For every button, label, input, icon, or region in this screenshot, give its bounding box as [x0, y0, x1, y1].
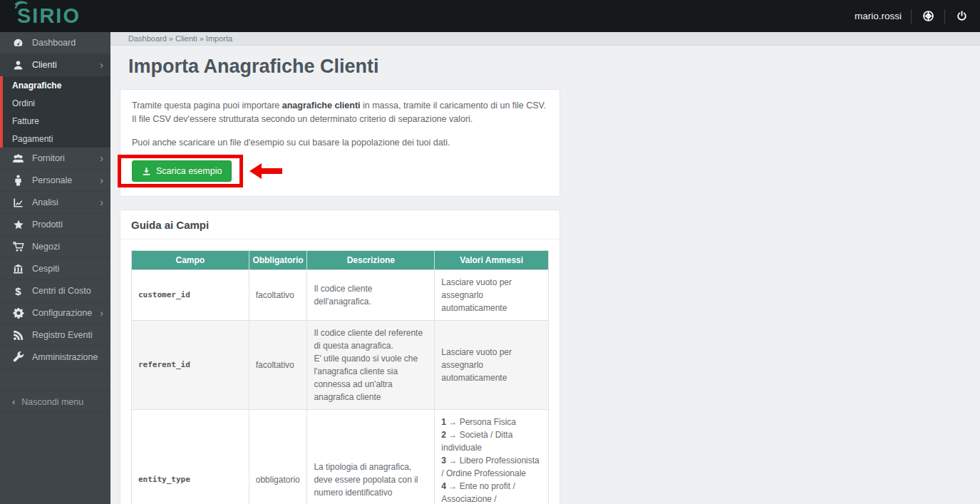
intro-line1-pre: Tramite questa pagina puoi importare	[132, 101, 282, 110]
column-header-valori-ammessi: Valori Ammessi	[435, 251, 549, 270]
centri-di-costo-icon: $	[12, 285, 24, 297]
table-row-entity_type: entity_typeobbligatorioLa tipologia di a…	[132, 410, 549, 504]
guide-panel: Guida ai Campi CampoObbligatorioDescrizi…	[120, 210, 560, 504]
column-header-obbligatorio: Obbligatorio	[249, 251, 307, 270]
required-cell: facoltativo	[249, 270, 307, 321]
analisi-icon	[12, 197, 24, 209]
dashboard-icon	[12, 37, 24, 49]
chevron-right-icon: ›	[100, 153, 103, 163]
hide-menu-label: Nascondi menu	[21, 397, 83, 407]
sidebar-item-analisi[interactable]: Analisi›	[0, 192, 110, 214]
sidebar-item-label: Personale	[32, 175, 72, 185]
description-cell: Il codice cliente del referente di quest…	[307, 321, 435, 410]
column-header-descrizione: Descrizione	[307, 251, 435, 270]
table-row-referent_id: referent_idfacoltativoIl codice cliente …	[132, 321, 549, 410]
sidebar: DashboardClienti›AnagraficheOrdiniFattur…	[0, 32, 110, 504]
chevron-right-icon: ›	[100, 175, 103, 185]
amministrazione-icon	[12, 351, 24, 364]
topbar-divider	[911, 9, 912, 24]
table-row-customer_id: customer_idfacoltativoIl codice cliente …	[132, 270, 549, 321]
submenu-item-anagrafiche[interactable]: Anagrafiche	[3, 76, 110, 94]
sidebar-item-label: Amministrazione	[32, 352, 98, 362]
sidebar-item-label: Cespiti	[32, 264, 59, 274]
sidebar-item-configurazione[interactable]: Configurazione›	[0, 302, 110, 324]
sidebar-item-prodotti[interactable]: Prodotti	[0, 214, 110, 236]
personale-icon	[12, 175, 24, 187]
chevron-left-icon: ‹	[12, 396, 15, 407]
intro-line1-bold: anagrafiche clienti	[282, 101, 361, 110]
allowed-values-cell: Lasciare vuoto per assegnarlo automatica…	[435, 270, 549, 321]
sidebar-item-centri-di-costo[interactable]: $Centri di Costo	[0, 280, 110, 302]
sidebar-item-registro-eventi[interactable]: Registro Eventi	[0, 324, 110, 346]
description-cell: La tipologia di anagrafica, deve essere …	[307, 410, 435, 504]
sidebar-submenu-clienti: AnagraficheOrdiniFatturePagamenti	[0, 76, 110, 148]
allowed-values-cell: Lasciare vuoto per assegnarlo automatica…	[435, 321, 549, 410]
download-icon	[142, 167, 151, 176]
app-window: SIRIO mario.rossi DashboardClienti›An	[0, 0, 980, 504]
sidebar-item-amministrazione[interactable]: Amministrazione	[0, 346, 110, 369]
description-cell: Il codice cliente dell'anagrafica.	[307, 270, 435, 321]
intro-line3: Puoi anche scaricare un file d'esempio s…	[132, 136, 548, 150]
field-name-cell: referent_id	[132, 321, 249, 410]
intro-line1-post: in massa, tramite il caricamento di un f…	[361, 101, 547, 110]
required-cell: facoltativo	[249, 321, 307, 410]
guide-panel-body: CampoObbligatorioDescrizioneValori Ammes…	[120, 240, 559, 504]
hide-menu-button[interactable]: ‹Nascondi menu	[0, 391, 110, 413]
intro-line2: Il file CSV dev'essere strutturata secon…	[132, 114, 473, 124]
sidebar-item-label: Prodotti	[32, 220, 63, 230]
field-name-cell: entity_type	[132, 410, 249, 504]
required-cell: obbligatorio	[249, 410, 307, 504]
breadcrumb: Dashboard » Clienti » Importa	[110, 32, 980, 46]
sidebar-item-dashboard[interactable]: Dashboard	[0, 32, 110, 54]
column-header-campo: Campo	[132, 251, 249, 270]
power-icon[interactable]	[954, 9, 969, 24]
fields-table: CampoObbligatorioDescrizioneValori Ammes…	[131, 250, 549, 504]
cespiti-icon	[12, 263, 24, 275]
sidebar-item-label: Dashboard	[32, 38, 76, 48]
sidebar-item-clienti[interactable]: Clienti›	[0, 54, 110, 76]
field-name-cell: customer_id	[132, 270, 249, 321]
submenu-item-fatture[interactable]: Fatture	[3, 112, 110, 130]
intro-paragraph: Tramite questa pagina puoi importare ana…	[132, 99, 548, 126]
download-button-label: Scarica esempio	[156, 166, 222, 176]
download-example-button[interactable]: Scarica esempio	[132, 160, 232, 182]
chevron-right-icon: ›	[100, 60, 103, 70]
sidebar-item-label: Analisi	[32, 197, 58, 207]
sidebar-item-personale[interactable]: Personale›	[0, 170, 110, 192]
negozi-icon	[12, 241, 24, 253]
intro-panel: Tramite questa pagina puoi importare ana…	[120, 89, 560, 197]
submenu-item-pagamenti[interactable]: Pagamenti	[3, 130, 110, 148]
main-content: Dashboard » Clienti » Importa Importa An…	[110, 32, 980, 504]
configurazione-icon	[12, 307, 24, 319]
chevron-right-icon: ›	[100, 308, 103, 318]
annotation-arrow-icon	[249, 163, 282, 179]
sidebar-item-label: Clienti	[32, 60, 57, 70]
submenu-item-ordini[interactable]: Ordini	[3, 94, 110, 112]
sidebar-item-negozi[interactable]: Negozi	[0, 236, 110, 258]
sidebar-item-label: Fornitori	[32, 153, 65, 163]
table-header-row: CampoObbligatorioDescrizioneValori Ammes…	[132, 251, 549, 270]
sidebar-item-label: Negozi	[32, 242, 60, 252]
topbar-divider	[944, 9, 945, 24]
clienti-icon	[12, 59, 24, 71]
logo-swirl-icon	[14, 1, 29, 9]
prodotti-icon	[12, 219, 24, 231]
chevron-right-icon: ›	[100, 197, 103, 207]
registro-eventi-icon	[12, 329, 24, 341]
sidebar-item-cespiti[interactable]: Cespiti	[0, 258, 110, 280]
guide-panel-title: Guida ai Campi	[120, 210, 559, 240]
topbar: SIRIO mario.rossi	[0, 0, 980, 32]
page-title: Importa Anagrafiche Clienti	[128, 56, 980, 78]
username[interactable]: mario.rossi	[855, 11, 902, 21]
sidebar-item-label: Registro Eventi	[32, 330, 93, 340]
app-logo[interactable]: SIRIO	[17, 0, 81, 32]
allowed-values-cell: 1 → Persona Fisica2 → Società / Ditta in…	[435, 410, 549, 504]
globe-icon[interactable]	[921, 9, 935, 24]
sidebar-item-fornitori[interactable]: Fornitori›	[0, 148, 110, 170]
fornitori-icon	[12, 153, 24, 165]
sidebar-item-label: Centri di Costo	[32, 286, 91, 296]
sidebar-item-label: Configurazione	[32, 308, 92, 318]
topbar-right: mario.rossi	[855, 9, 969, 24]
download-button-area: Scarica esempio	[132, 160, 232, 182]
